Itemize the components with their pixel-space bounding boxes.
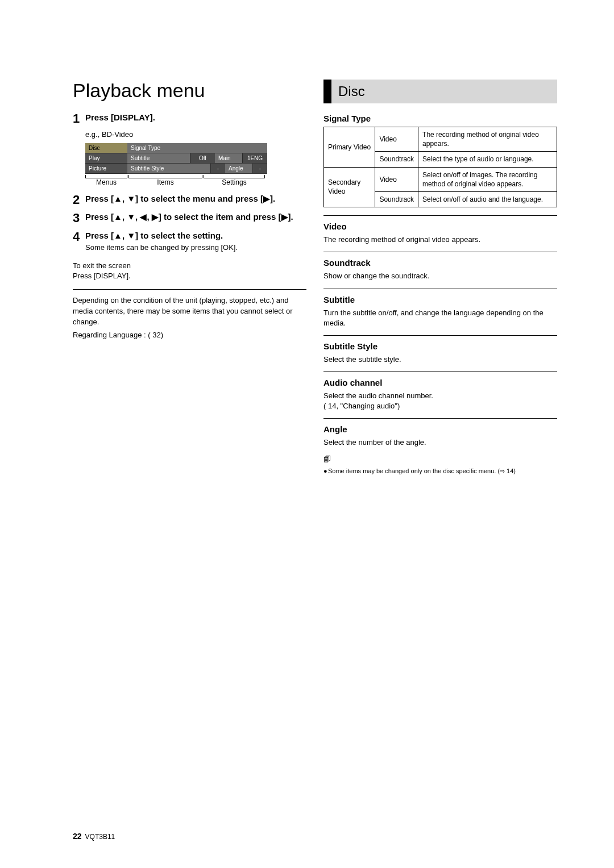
- osd-menu-column: Disc Play Picture: [85, 143, 127, 174]
- step-3: 3 Press [▲, ▼, ◀, ▶] to select the item …: [73, 211, 306, 225]
- table-cell: Select the type of audio or language.: [418, 152, 557, 167]
- def-desc: The recording method of original video a…: [323, 235, 557, 245]
- def-desc: Turn the subtitle on/off, and change the…: [323, 308, 557, 328]
- def-desc: Select the number of the angle.: [323, 437, 557, 448]
- divider: [323, 215, 557, 216]
- osd-value: -: [252, 164, 267, 173]
- def-heading: Subtitle: [323, 295, 557, 304]
- osd-label: Main: [215, 153, 242, 163]
- table-cell: Video: [375, 167, 418, 191]
- divider: [323, 418, 557, 419]
- step-text: Press [▲, ▼] to select the setting. Some…: [85, 230, 238, 253]
- accent-bar: [323, 80, 331, 103]
- osd-menu-play: Play: [85, 153, 127, 164]
- step-number: 4: [73, 230, 85, 253]
- osd-label-settings: Settings: [204, 178, 265, 186]
- condition-note: Depending on the condition of the unit (…: [73, 295, 306, 328]
- page-number: 22VQT3B11: [73, 832, 115, 841]
- osd-value: 1ENG: [242, 153, 267, 163]
- table-cell: Primary Video: [324, 127, 375, 168]
- def-soundtrack: Soundtrack Show or change the soundtrack…: [323, 258, 557, 281]
- language-note: Regarding Language : ( 32): [73, 330, 306, 341]
- table-cell: Soundtrack: [375, 191, 418, 207]
- osd-value: -: [210, 164, 225, 173]
- section-heading-disc: Disc: [323, 80, 557, 103]
- step-text: Press [DISPLAY].: [85, 112, 155, 126]
- osd-label: Angle: [225, 164, 252, 173]
- def-heading: Video: [323, 222, 557, 231]
- signal-type-table: Primary Video Video The recording method…: [323, 127, 557, 207]
- def-heading: Subtitle Style: [323, 341, 557, 351]
- exit-note: To exit the screen Press [DISPLAY].: [73, 261, 306, 281]
- note-icon: 🗐: [323, 455, 557, 464]
- osd-label-items: Items: [128, 178, 202, 186]
- osd-item-subtitle-style: Subtitle Style: [127, 164, 210, 173]
- osd-menu-picture: Picture: [85, 164, 127, 174]
- osd-label-menus: Menus: [85, 178, 127, 186]
- def-desc: Select the audio channel number. ( 14, "…: [323, 391, 557, 411]
- osd-value: Off: [190, 153, 215, 163]
- osd-item-subtitle: Subtitle: [127, 153, 190, 163]
- step-1: 1 Press [DISPLAY].: [73, 112, 306, 126]
- step-text: Press [▲, ▼] to select the menu and pres…: [85, 193, 275, 207]
- footnote: ●Some items may be changed only on the d…: [323, 467, 557, 475]
- step-number: 1: [73, 112, 85, 126]
- step-extra-note: Some items can be changed by pressing [O…: [85, 243, 238, 253]
- step-text: Press [▲, ▼, ◀, ▶] to select the item an…: [85, 211, 293, 225]
- def-desc: Show or change the soundtrack.: [323, 271, 557, 281]
- page-title: Playback menu: [73, 80, 306, 102]
- osd-menu-disc: Disc: [85, 143, 127, 153]
- osd-items-column: Signal Type Subtitle Off Main 1ENG Subti…: [127, 143, 267, 174]
- divider: [323, 289, 557, 289]
- step-number: 3: [73, 211, 85, 225]
- divider: [73, 289, 306, 290]
- def-subtitle: Subtitle Turn the subtitle on/off, and c…: [323, 295, 557, 328]
- step-number: 2: [73, 193, 85, 207]
- divider: [323, 372, 557, 372]
- def-video: Video The recording method of original v…: [323, 222, 557, 245]
- osd-screenshot: Disc Play Picture Signal Type Subtitle O…: [85, 143, 267, 187]
- example-label: e.g., BD-Video: [85, 130, 306, 139]
- def-desc: Select the subtitle style.: [323, 354, 557, 365]
- table-cell: Secondary Video: [324, 167, 375, 207]
- def-angle: Angle Select the number of the angle.: [323, 424, 557, 448]
- osd-item-signal-type: Signal Type: [127, 143, 267, 153]
- divider: [323, 252, 557, 252]
- table-cell: Select on/off of audio and the language.: [418, 191, 557, 207]
- table-cell: The recording method of original video a…: [418, 127, 557, 152]
- def-heading: Audio channel: [323, 378, 557, 387]
- table-cell: Soundtrack: [375, 152, 418, 167]
- def-heading: Soundtrack: [323, 258, 557, 268]
- def-subtitle-style: Subtitle Style Select the subtitle style…: [323, 341, 557, 365]
- table-cell: Video: [375, 127, 418, 152]
- divider: [323, 335, 557, 336]
- subheading-signal-type: Signal Type: [323, 114, 557, 123]
- step-4: 4 Press [▲, ▼] to select the setting. So…: [73, 230, 306, 253]
- def-audio-channel: Audio channel Select the audio channel n…: [323, 378, 557, 411]
- section-title: Disc: [338, 84, 365, 99]
- table-cell: Select on/off of images. The recording m…: [418, 167, 557, 191]
- step-2: 2 Press [▲, ▼] to select the menu and pr…: [73, 193, 306, 207]
- def-heading: Angle: [323, 424, 557, 434]
